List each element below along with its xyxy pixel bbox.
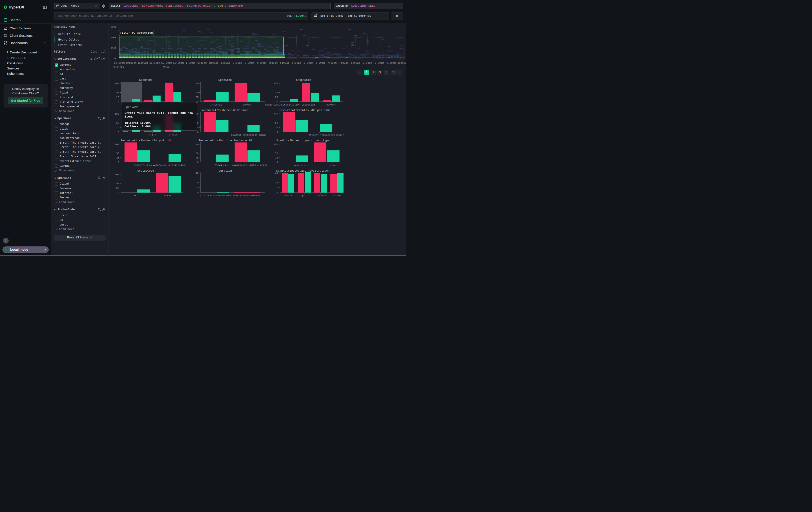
svg-text:bronze: bronze xyxy=(284,194,292,197)
svg-text:ScopeName: ScopeName xyxy=(296,79,311,82)
svg-text:25: 25 xyxy=(116,126,119,129)
svg-text:5:00am: 5:00am xyxy=(280,61,289,64)
svg-text:5:30am: 5:30am xyxy=(292,61,301,64)
svg-text:7:30am: 7:30am xyxy=(339,61,349,64)
svg-text:11:00pm: 11:00pm xyxy=(138,61,148,64)
svg-text:25: 25 xyxy=(116,157,119,159)
svg-text:9/15: 9/15 xyxy=(163,65,169,68)
svg-text:100: 100 xyxy=(273,143,278,146)
svg-text:0: 0 xyxy=(197,131,199,134)
svg-text:Unset: Unset xyxy=(164,194,171,197)
svg-text:822013: 822013 xyxy=(240,194,249,197)
svg-text:1:30am: 1:30am xyxy=(198,61,207,64)
svg-text:2:00am: 2:00am xyxy=(209,61,219,64)
svg-text:mastercard: mastercard xyxy=(294,164,309,167)
svg-text:25: 25 xyxy=(275,157,278,159)
svg-text:10:00am: 10:00am xyxy=(398,61,406,64)
svg-text:payment-7985c8969c-mwmw7: payment-7985c8969c-mwmw7 xyxy=(231,134,266,136)
svg-text:ResourceAttributes.k8s.pod.uid: ResourceAttributes.k8s.pod.uid xyxy=(120,139,171,142)
svg-text:9:30am: 9:30am xyxy=(386,61,396,64)
svg-text:11:30pm: 11:30pm xyxy=(149,61,160,64)
svg-text:6:30am: 6:30am xyxy=(316,61,325,64)
svg-text:8:30am: 8:30am xyxy=(363,61,372,64)
svg-text:50: 50 xyxy=(275,91,278,94)
svg-text:50: 50 xyxy=(275,152,278,155)
svg-text:7:00am: 7:00am xyxy=(327,61,337,64)
svg-text:visa: visa xyxy=(330,164,336,167)
svg-text:0: 0 xyxy=(118,100,119,103)
svg-text:3:30am: 3:30am xyxy=(244,61,254,64)
svg-text:10:00pm: 10:00pm xyxy=(114,61,124,64)
svg-text:6:00am: 6:00am xyxy=(304,61,313,64)
svg-text:3:00am: 3:00am xyxy=(233,61,242,64)
svg-text:9/14/25: 9/14/25 xyxy=(113,65,124,68)
svg-text:4:30am: 4:30am xyxy=(268,61,278,64)
svg-text:Duration: Duration xyxy=(219,169,232,172)
svg-text:50: 50 xyxy=(196,152,199,155)
svg-text:50: 50 xyxy=(116,122,119,125)
svg-text:@hyperdx/instrumentation-excep: @hyperdx/instrumentation-exception xyxy=(265,104,315,106)
svg-text:1:00am: 1:00am xyxy=(186,61,195,64)
svg-text:SpanAttributes.app.loyalty.lev: SpanAttributes.app.loyalty.level xyxy=(276,169,329,172)
svg-text:SpanKind: SpanKind xyxy=(218,79,232,82)
svg-text:silver: silver xyxy=(332,194,341,197)
svg-text:Error: Error xyxy=(134,194,141,197)
svg-text:f5344ec9-a1ea-4290-a62a-78f5be: f5344ec9-a1ea-4290-a62a-78f5bee8d90b xyxy=(214,164,267,167)
svg-text:0.51.1: 0.51.1 xyxy=(169,134,178,136)
svg-text:0.1.0: 0.1.0 xyxy=(149,134,156,136)
svg-text:0: 0 xyxy=(114,57,116,60)
svg-text:100: 100 xyxy=(115,143,119,146)
svg-text:100: 100 xyxy=(115,173,119,176)
svg-text:12:00am: 12:00am xyxy=(161,61,172,64)
svg-text:0: 0 xyxy=(118,131,119,134)
svg-text:4: 4 xyxy=(197,186,199,189)
svg-text:100: 100 xyxy=(194,143,199,146)
svg-text:0: 0 xyxy=(197,191,199,194)
svg-text:4:00am: 4:00am xyxy=(256,61,266,64)
svg-text:200: 200 xyxy=(111,47,116,49)
svg-text:0: 0 xyxy=(197,100,199,103)
svg-text:1198813: 1198813 xyxy=(204,194,214,197)
svg-text:16: 16 xyxy=(196,172,199,174)
svg-text:ResourceAttributes.k8s.pod.nam: ResourceAttributes.k8s.pod.name xyxy=(279,109,330,112)
svg-text:400: 400 xyxy=(111,36,116,39)
svg-text:0: 0 xyxy=(118,191,119,194)
svg-text:100: 100 xyxy=(273,112,278,115)
svg-text:25: 25 xyxy=(275,126,278,129)
svg-text:703098: 703098 xyxy=(223,194,231,197)
svg-text:0: 0 xyxy=(277,100,278,103)
svg-text:28: 28 xyxy=(275,172,278,174)
svg-text:SpanName: SpanName xyxy=(139,79,152,82)
svg-text:10:30pm: 10:30pm xyxy=(126,61,136,64)
svg-text:25: 25 xyxy=(196,96,199,99)
svg-text:0: 0 xyxy=(277,131,278,134)
svg-text:2:30am: 2:30am xyxy=(221,61,230,64)
svg-text:25: 25 xyxy=(116,187,119,189)
svg-text:0: 0 xyxy=(197,161,199,164)
svg-text:0: 0 xyxy=(277,191,278,194)
svg-text:0: 0 xyxy=(277,161,278,164)
svg-text:9:00am: 9:00am xyxy=(375,61,384,64)
svg-text:50: 50 xyxy=(116,91,119,94)
svg-text:50: 50 xyxy=(196,91,199,94)
svg-text:100: 100 xyxy=(115,113,119,115)
svg-text:0: 0 xyxy=(200,194,201,197)
svg-text:100: 100 xyxy=(115,82,119,85)
svg-text:7: 7 xyxy=(277,186,278,189)
svg-text:759483: 759483 xyxy=(231,194,240,197)
svg-text:ResourceAttribu..ice.instance.: ResourceAttribu..ice.instance.id xyxy=(199,139,252,142)
svg-text:100: 100 xyxy=(273,82,278,85)
svg-text:8: 8 xyxy=(197,182,199,184)
svg-text:SpanAttributes...yment.card_ty: SpanAttributes...yment.card_type xyxy=(276,139,329,142)
svg-text:8:00am: 8:00am xyxy=(351,61,360,64)
svg-text:Server: Server xyxy=(243,104,252,106)
svg-text:50: 50 xyxy=(275,122,278,124)
svg-text:14: 14 xyxy=(275,182,278,184)
svg-text:25: 25 xyxy=(275,96,278,99)
svg-text:99930810: 99930810 xyxy=(249,194,260,197)
svg-text:600: 600 xyxy=(111,26,116,28)
svg-text:platinum: platinum xyxy=(315,194,327,197)
svg-text:Internal: Internal xyxy=(210,104,222,106)
svg-text:50: 50 xyxy=(116,182,119,185)
svg-text:25: 25 xyxy=(196,157,199,159)
